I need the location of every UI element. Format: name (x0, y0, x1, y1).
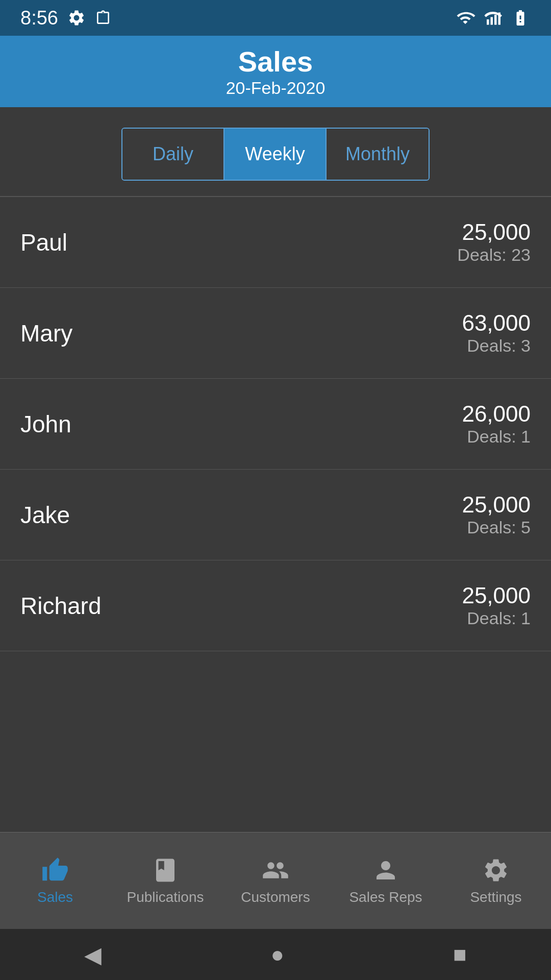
status-right (455, 9, 531, 27)
battery-icon (510, 9, 531, 27)
table-row[interactable]: Paul 25,000 Deals: 23 (0, 197, 551, 288)
sales-amount: 63,000 (462, 310, 531, 336)
table-row[interactable]: Jake 25,000 Deals: 5 (0, 470, 551, 560)
nav-label-settings: Settings (470, 889, 521, 905)
nav-item-sales[interactable]: Sales (0, 856, 110, 905)
tab-daily[interactable]: Daily (122, 129, 224, 180)
publications-icon (152, 856, 179, 884)
android-home-button[interactable]: ● (270, 942, 284, 967)
customers-icon (262, 856, 289, 884)
sales-stats: 25,000 Deals: 23 (457, 219, 531, 265)
app-title: Sales (238, 45, 313, 78)
tab-group: Daily Weekly Monthly (121, 128, 430, 181)
nav-label-sales: Sales (37, 889, 73, 905)
status-left: 8:56 (20, 7, 111, 29)
android-nav-bar: ◀ ● ■ (0, 929, 551, 980)
sales-deals: Deals: 5 (462, 518, 531, 537)
app-header: Sales 20-Feb-2020 (0, 36, 551, 107)
android-back-button[interactable]: ◀ (84, 942, 102, 968)
sales-stats: 25,000 Deals: 5 (462, 492, 531, 537)
sales-person-name: John (20, 410, 71, 438)
wifi-icon (455, 9, 475, 27)
sales-amount: 26,000 (462, 401, 531, 427)
sales-person-name: Mary (20, 320, 72, 347)
sales-stats: 26,000 Deals: 1 (462, 401, 531, 447)
sales-person-name: Paul (20, 229, 67, 256)
status-time: 8:56 (20, 7, 58, 29)
sales-stats: 25,000 Deals: 1 (462, 583, 531, 628)
settings-icon (67, 9, 86, 27)
sales-amount: 25,000 (457, 219, 531, 245)
settings-nav-icon (482, 856, 510, 884)
nav-item-settings[interactable]: Settings (441, 856, 551, 905)
tab-weekly[interactable]: Weekly (224, 129, 327, 180)
nav-label-salesreps: Sales Reps (349, 889, 422, 905)
android-recent-button[interactable]: ■ (453, 942, 467, 967)
bottom-nav: Sales Publications Customers Sales Reps … (0, 832, 551, 929)
tab-monthly[interactable]: Monthly (327, 129, 429, 180)
nav-label-publications: Publications (127, 889, 204, 905)
sales-stats: 63,000 Deals: 3 (462, 310, 531, 356)
table-row[interactable]: John 26,000 Deals: 1 (0, 379, 551, 470)
sales-deals: Deals: 1 (462, 427, 531, 447)
salesreps-icon (372, 856, 399, 884)
nav-item-salesreps[interactable]: Sales Reps (331, 856, 441, 905)
sales-amount: 25,000 (462, 583, 531, 608)
sales-deals: Deals: 23 (457, 245, 531, 265)
nav-label-customers: Customers (241, 889, 310, 905)
signal-icon (484, 9, 502, 27)
nav-item-publications[interactable]: Publications (110, 856, 220, 905)
header-date: 20-Feb-2020 (226, 78, 325, 98)
sales-amount: 25,000 (462, 492, 531, 518)
thumbsup-icon (41, 856, 69, 884)
svg-rect-3 (498, 13, 501, 25)
tab-section: Daily Weekly Monthly (0, 107, 551, 196)
svg-rect-1 (491, 17, 493, 25)
sales-list: Paul 25,000 Deals: 23 Mary 63,000 Deals:… (0, 197, 551, 832)
sales-person-name: Richard (20, 592, 102, 620)
clipboard-icon (95, 9, 111, 27)
status-bar: 8:56 (0, 0, 551, 36)
sales-deals: Deals: 1 (462, 608, 531, 628)
sales-person-name: Jake (20, 501, 70, 529)
nav-item-customers[interactable]: Customers (220, 856, 331, 905)
table-row[interactable]: Richard 25,000 Deals: 1 (0, 560, 551, 651)
sales-deals: Deals: 3 (462, 336, 531, 356)
table-row[interactable]: Mary 63,000 Deals: 3 (0, 288, 551, 379)
svg-rect-2 (494, 15, 497, 25)
svg-rect-0 (487, 19, 489, 25)
